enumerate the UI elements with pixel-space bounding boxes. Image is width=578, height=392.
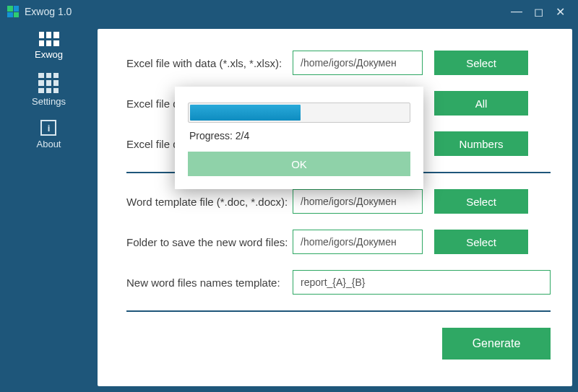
sidebar-item-settings[interactable]: Settings — [32, 73, 66, 107]
input-save-folder[interactable] — [293, 230, 423, 254]
minimize-button[interactable]: — — [506, 5, 527, 18]
select-excel-button[interactable]: Select — [434, 51, 528, 75]
sidebar: Exwog Settings i About — [0, 23, 98, 392]
sidebar-item-exwog[interactable]: Exwog — [35, 32, 63, 60]
input-excel-file[interactable] — [293, 51, 423, 75]
progress-bar — [188, 103, 410, 123]
close-button[interactable]: ✕ — [549, 5, 571, 19]
input-filename-template[interactable] — [293, 270, 551, 295]
label-excel-file: Excel file with data (*.xls, *.xlsx): — [126, 57, 293, 69]
main-panel: Excel file with data (*.xls, *.xlsx): Se… — [98, 29, 572, 386]
label-filename-template: New word files names template: — [126, 276, 293, 289]
sidebar-item-about[interactable]: i About — [37, 120, 61, 149]
app-logo-icon — [7, 6, 19, 17]
maximize-button[interactable]: ◻ — [527, 5, 549, 19]
progress-fill — [190, 105, 301, 121]
divider — [126, 310, 551, 312]
info-icon: i — [40, 120, 56, 136]
sidebar-item-label: Settings — [32, 96, 66, 107]
ok-button[interactable]: OK — [188, 152, 410, 176]
titlebar: Exwog 1.0 — ◻ ✕ — [0, 0, 578, 23]
sidebar-item-label: About — [37, 139, 61, 149]
input-word-template[interactable] — [293, 189, 423, 214]
label-save-folder: Folder to save the new word files: — [126, 236, 293, 248]
app-window: Exwog 1.0 — ◻ ✕ Exwog Settings i About E… — [0, 0, 578, 392]
all-button[interactable]: All — [434, 91, 528, 116]
settings-icon — [38, 73, 59, 93]
select-template-button[interactable]: Select — [434, 189, 528, 214]
grid-icon — [39, 32, 59, 46]
window-title: Exwog 1.0 — [25, 6, 72, 17]
progress-dialog: Progress: 2/4 OK — [175, 87, 423, 189]
numbers-button[interactable]: Numbers — [434, 131, 528, 156]
select-folder-button[interactable]: Select — [434, 230, 528, 254]
label-word-template: Word template file (*.doc, *.docx): — [126, 196, 293, 208]
generate-button[interactable]: Generate — [442, 328, 551, 360]
progress-text: Progress: 2/4 — [189, 130, 410, 141]
sidebar-item-label: Exwog — [35, 49, 63, 60]
